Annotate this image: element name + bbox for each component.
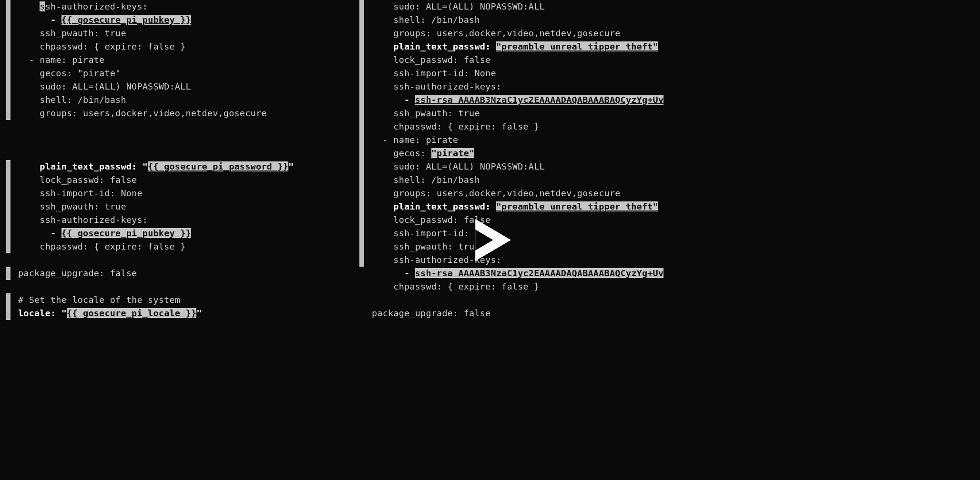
code-token: ssh_pwauth: true	[40, 28, 126, 38]
code-content: - name: pirate	[18, 53, 104, 67]
code-content: sudo: ALL=(ALL) NOPASSWD:ALL	[372, 0, 545, 13]
code-token: chpasswd: { expire: false }	[40, 41, 185, 51]
code-line: ssh-import-id: None	[354, 67, 980, 80]
diff-gutter-marker	[359, 13, 364, 27]
code-content: plain_text_passwd: "{{ gosecure_pi_passw…	[18, 160, 294, 173]
diff-gutter-marker	[359, 93, 364, 107]
code-content: gecos: "pirate"	[372, 147, 474, 160]
code-content: ssh_pwauth: true	[18, 200, 126, 213]
code-line: sudo: ALL=(ALL) NOPASSWD:ALL	[354, 160, 980, 173]
code-token: chpasswd: { expire: false }	[393, 281, 539, 291]
code-token: "	[288, 161, 294, 171]
code-line: shell: /bin/bash	[354, 13, 980, 27]
code-line: chpasswd: { expire: false }	[0, 40, 354, 53]
code-line: - ssh-rsa AAAAB3NzaC1yc2EAAAADAQABAAABAQ…	[354, 93, 980, 107]
code-content: chpasswd: { expire: false }	[372, 280, 539, 293]
code-token: s	[40, 1, 45, 11]
code-line: plain_text_passwd: "{{ gosecure_pi_passw…	[0, 160, 354, 173]
code-content: locale: "{{ gosecure_pi_locale }}"	[18, 307, 202, 320]
diff-gutter-marker	[6, 67, 10, 80]
code-token: chpasswd: { expire: false }	[393, 121, 539, 131]
code-line: shell: /bin/bash	[0, 93, 354, 107]
diff-gutter-marker	[359, 0, 364, 13]
code-content: ssh-authorized-keys:	[372, 80, 501, 93]
code-line: plain_text_passwd: "preamble unreal tipp…	[354, 40, 980, 53]
code-token: {{ gosecure_pi_pubkey }}	[61, 15, 191, 25]
diff-pane-right[interactable]: sudo: ALL=(ALL) NOPASSWD:ALL shell: /bin…	[354, 0, 980, 320]
code-token: {{ gosecure_pi_password }}	[148, 161, 288, 171]
code-token: ssh-rsa AAAAB3NzaC1yc2EAAAADAQABAAABAQCy…	[415, 268, 664, 278]
diff-gutter-marker	[359, 253, 364, 267]
diff-gutter-marker	[6, 173, 10, 187]
code-line	[0, 147, 354, 160]
code-line: ssh_pwauth: true	[0, 200, 354, 213]
code-token: package_upgrade: false	[18, 268, 137, 278]
diff-gutter-marker	[6, 293, 10, 307]
code-token: shell: /bin/bash	[393, 175, 480, 185]
code-line: - name: pirate	[0, 53, 354, 67]
code-line: chpasswd: { expire: false }	[354, 120, 980, 133]
diff-gutter-marker	[359, 40, 364, 53]
code-line: - {{ gosecure_pi_pubkey }}	[0, 227, 354, 240]
code-token: ssh-authorized-keys:	[393, 81, 501, 91]
diff-pane-left[interactable]: ssh-authorized-keys: - {{ gosecure_pi_pu…	[0, 0, 354, 320]
code-line: package_upgrade: false	[0, 267, 354, 280]
diff-gutter-marker	[6, 0, 10, 13]
code-token: - name: pirate	[29, 55, 105, 65]
code-line: shell: /bin/bash	[354, 173, 980, 187]
code-content: chpasswd: { expire: false }	[18, 240, 185, 253]
code-token: shell: /bin/bash	[393, 15, 480, 25]
code-content: - {{ gosecure_pi_pubkey }}	[18, 227, 191, 240]
code-content: chpasswd: { expire: false }	[372, 120, 539, 133]
code-line	[354, 293, 980, 307]
code-content: - name: pirate	[372, 133, 458, 147]
code-token: ssh-import-id: None	[393, 68, 496, 78]
code-token: groups: users,docker,video,netdev,gosecu…	[40, 108, 266, 118]
code-line	[0, 253, 354, 267]
diff-gutter-marker	[6, 160, 10, 173]
code-token: sudo: ALL=(ALL) NOPASSWD:ALL	[393, 161, 544, 171]
code-line: locale: "{{ gosecure_pi_locale }}"	[0, 307, 354, 320]
diff-gutter-marker	[6, 13, 10, 27]
code-content: plain_text_passwd: "preamble unreal tipp…	[372, 40, 658, 53]
diff-gutter-marker	[6, 240, 10, 253]
code-line: gecos: "pirate"	[0, 67, 354, 80]
diff-gutter-marker	[359, 107, 364, 120]
diff-gutter-marker	[359, 173, 364, 187]
code-token: ssh-rsa AAAAB3NzaC1yc2EAAAADAQABAAABAQCy…	[415, 95, 664, 105]
code-line: chpasswd: { expire: false }	[0, 240, 354, 253]
code-token: package_upgrade: false	[372, 308, 490, 318]
code-line	[0, 120, 354, 133]
code-line: ssh-authorized-keys:	[0, 0, 354, 13]
code-content: ssh-authorized-keys:	[18, 213, 148, 227]
diff-gutter-marker	[359, 160, 364, 173]
code-line: ssh_pwauth: true	[0, 27, 354, 40]
code-line: - {{ gosecure_pi_pubkey }}	[0, 13, 354, 27]
code-content: - {{ gosecure_pi_pubkey }}	[18, 13, 191, 27]
code-content: ssh-import-id: None	[372, 67, 496, 80]
code-line: ssh-import-id: None	[354, 227, 980, 240]
code-line: ssh_pwauth: true	[354, 240, 980, 253]
code-token: ssh_pwauth: true	[393, 108, 480, 118]
diff-gutter-marker	[6, 307, 10, 320]
code-content: gecos: "pirate"	[18, 67, 121, 80]
code-token: plain_text_passwd:	[393, 201, 496, 211]
code-line: sudo: ALL=(ALL) NOPASSWD:ALL	[0, 80, 354, 93]
code-content: plain_text_passwd: "preamble unreal tipp…	[372, 200, 658, 213]
diff-gutter-marker	[359, 27, 364, 40]
code-content: sudo: ALL=(ALL) NOPASSWD:ALL	[18, 80, 191, 93]
code-token: locale: "	[18, 308, 67, 318]
diff-gutter-marker	[6, 213, 10, 227]
diff-gutter-marker	[359, 213, 364, 227]
code-token: - name: pirate	[383, 135, 459, 145]
code-token: "preamble unreal tipper theft"	[496, 41, 658, 51]
code-token: gecos:	[393, 148, 431, 158]
code-token: shell: /bin/bash	[40, 95, 126, 105]
diff-gutter-marker	[359, 133, 364, 147]
code-token: "pirate"	[431, 148, 475, 158]
code-content: ssh-import-id: None	[18, 187, 143, 200]
play-button[interactable]	[464, 214, 516, 266]
diff-gutter-marker	[6, 107, 10, 120]
code-token: "preamble unreal tipper theft"	[496, 201, 658, 211]
code-token: -	[51, 15, 61, 25]
